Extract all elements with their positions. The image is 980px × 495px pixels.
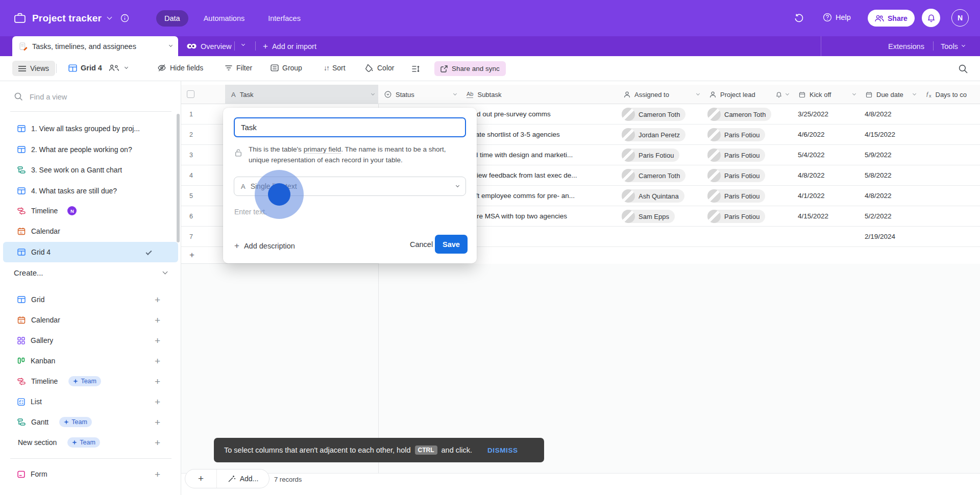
find-view-input[interactable] <box>30 93 142 101</box>
plus-icon[interactable]: + <box>155 377 160 386</box>
cell-subtask[interactable]: Find time with design and marketi... <box>464 151 616 159</box>
cell-kick-off[interactable]: 3/25/2022 <box>798 110 855 118</box>
view-switcher-button[interactable]: Grid 4 <box>64 61 132 75</box>
hide-fields-button[interactable]: Hide fields <box>153 61 207 75</box>
column-header-days-to-complete[interactable]: ƒx Days to co <box>920 85 980 104</box>
history-icon[interactable] <box>794 13 804 23</box>
sidebar-view-3[interactable]: 3. See work on a Gantt chart <box>0 160 181 180</box>
cell-project-lead[interactable]: Paris Fotiou <box>707 210 790 225</box>
row-number[interactable]: 7 <box>189 233 205 240</box>
field-name-input[interactable] <box>234 117 466 137</box>
column-header-due-date[interactable]: Due date <box>860 85 920 104</box>
plus-icon[interactable]: + <box>155 295 160 305</box>
chevron-down-icon[interactable] <box>107 15 112 20</box>
create-calendar[interactable]: 31 Calendar + <box>0 310 181 330</box>
cell-kick-off[interactable]: 4/15/2022 <box>798 212 855 220</box>
cell-kick-off[interactable]: 4/6/2022 <box>798 131 855 138</box>
sidebar-view-4[interactable]: 4. What tasks are still due? <box>0 181 181 201</box>
add-or-import-button[interactable]: + Add or import <box>263 36 316 56</box>
sidebar-view-1[interactable]: 1. View all tasks grouped by proj... <box>0 118 181 139</box>
plus-icon[interactable]: + <box>155 356 160 366</box>
cell-subtask[interactable]: Draft employee comms for pre- an... <box>464 192 616 200</box>
tab-overview[interactable]: Overview <box>187 36 231 56</box>
dismiss-button[interactable]: DISMISS <box>487 447 518 454</box>
sidebar-scrollbar[interactable] <box>177 114 180 242</box>
cell-kick-off[interactable]: 5/4/2022 <box>798 151 855 159</box>
cell-due-date[interactable]: 4/8/2022 <box>865 192 916 200</box>
plus-icon[interactable]: + <box>155 336 160 345</box>
tools-button[interactable]: Tools <box>941 36 965 56</box>
tab-tasks-timelines[interactable]: Tasks, timelines, and assignees <box>12 36 178 56</box>
column-header-kick-off[interactable]: Kick off <box>793 85 860 104</box>
find-view-search[interactable] <box>14 92 142 101</box>
row-number[interactable]: 4 <box>189 172 205 179</box>
add-description-button[interactable]: + Add description <box>234 241 295 250</box>
group-button[interactable]: Group <box>266 61 306 75</box>
cell-assigned-to[interactable]: Jordan Peretz <box>622 128 700 143</box>
cell-due-date[interactable]: 2/19/2024 <box>865 233 916 240</box>
sort-button[interactable]: ↓↑ Sort <box>320 61 350 75</box>
info-icon[interactable] <box>120 14 129 22</box>
column-header-project-lead[interactable]: Project lead <box>703 85 793 104</box>
cell-assigned-to[interactable]: Paris Fotiou <box>622 148 700 163</box>
create-gantt[interactable]: Gantt Team + <box>0 412 181 432</box>
avatar[interactable]: N <box>951 9 969 27</box>
row-number[interactable]: 6 <box>189 213 205 220</box>
field-type-select[interactable]: A Single line text <box>234 177 466 196</box>
notifications-button[interactable] <box>922 9 940 27</box>
create-timeline[interactable]: Timeline Team + <box>0 371 181 391</box>
save-button[interactable]: Save <box>435 235 468 254</box>
row-number[interactable]: 2 <box>189 131 205 138</box>
cell-due-date[interactable]: 4/8/2022 <box>865 110 916 118</box>
create-list[interactable]: List + <box>0 391 181 412</box>
row-height-icon[interactable] <box>411 65 420 72</box>
cell-subtask[interactable]: Send out pre-survey comms <box>464 110 616 118</box>
plus-icon[interactable]: + <box>155 397 160 407</box>
color-button[interactable]: Color <box>361 61 398 75</box>
add-with-ai-button[interactable]: Add... <box>217 469 269 488</box>
tables-chevron-icon[interactable] <box>241 42 245 46</box>
share-button[interactable]: Share <box>868 10 915 27</box>
create-kanban[interactable]: Kanban + <box>0 351 181 371</box>
create-gallery[interactable]: Gallery + <box>0 330 181 351</box>
cell-subtask[interactable]: Create shortlist of 3-5 agencies <box>464 131 616 138</box>
cell-project-lead[interactable]: Paris Fotiou <box>707 189 790 204</box>
sidebar-view-timeline[interactable]: Timeline N <box>0 201 181 221</box>
plus-icon[interactable]: + <box>155 438 160 448</box>
cell-assigned-to[interactable]: Cameron Toth <box>622 108 700 122</box>
create-grid[interactable]: Grid + <box>0 289 181 310</box>
row-number[interactable]: 3 <box>189 152 205 159</box>
cell-due-date[interactable]: 4/15/2022 <box>865 131 916 138</box>
create-new-section[interactable]: New section Team + <box>0 432 181 453</box>
column-header-task[interactable]: A Task <box>225 85 378 104</box>
plus-icon[interactable]: + <box>155 417 160 427</box>
cell-kick-off[interactable]: 4/8/2022 <box>798 171 855 179</box>
row-number[interactable]: 1 <box>189 111 205 118</box>
views-button[interactable]: Views <box>12 61 55 76</box>
help-button[interactable]: Help <box>823 13 851 22</box>
select-all-checkbox[interactable] <box>187 90 194 98</box>
cell-kick-off[interactable]: 4/1/2022 <box>798 192 855 200</box>
nav-tab-interfaces[interactable]: Interfaces <box>260 10 309 27</box>
column-header-assigned-to[interactable]: Assigned to <box>618 85 703 104</box>
cell-subtask[interactable]: Share MSA with top two agencies <box>464 212 616 220</box>
cell-subtask[interactable]: Review feedback from last exec de... <box>464 171 616 179</box>
cell-due-date[interactable]: 5/9/2022 <box>865 151 916 159</box>
primary-field-term[interactable]: primary field <box>304 145 341 154</box>
nav-tab-data[interactable]: Data <box>156 10 188 27</box>
share-and-sync-button[interactable]: Share and sync <box>434 61 506 76</box>
filter-button[interactable]: Filter <box>220 61 256 75</box>
cell-due-date[interactable]: 5/8/2022 <box>865 171 916 179</box>
cell-due-date[interactable]: 5/2/2022 <box>865 212 916 220</box>
row-number[interactable]: 5 <box>189 192 205 200</box>
add-record-button[interactable]: + <box>185 469 217 488</box>
column-header-subtask[interactable]: Ab Subtask <box>460 85 618 104</box>
cell-assigned-to[interactable]: Sam Epps <box>622 210 700 225</box>
extensions-button[interactable]: Extensions <box>888 36 924 56</box>
cell-assigned-to[interactable]: Ash Quintana <box>622 189 700 204</box>
plus-icon[interactable]: + <box>155 469 160 479</box>
cell-assigned-to[interactable]: Cameron Toth <box>622 169 700 184</box>
cell-project-lead[interactable]: Paris Fotiou <box>707 169 790 184</box>
cell-project-lead[interactable]: Cameron Toth <box>707 108 790 122</box>
sidebar-view-2[interactable]: 2. What are people working on? <box>0 139 181 160</box>
